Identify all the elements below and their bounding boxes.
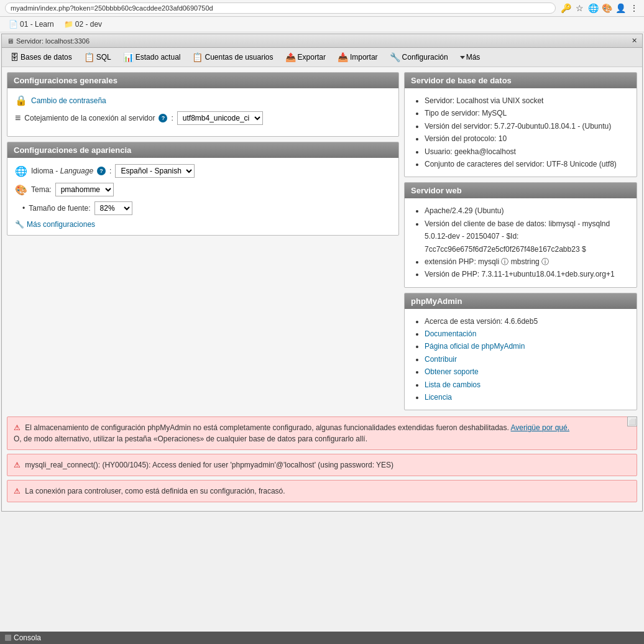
server-icon: 🖥	[7, 37, 14, 45]
list-item: Apache/2.4.29 (Ubuntu)	[425, 205, 629, 217]
nav-sql[interactable]: 📋 SQL	[78, 49, 117, 65]
alerts-section: ⬜ ⚠ El almacenamiento de configuración p…	[7, 416, 637, 502]
list-item: Licencia	[425, 391, 629, 403]
fontsize-row: • Tamaño de fuente: 82% 90% 100%	[15, 201, 391, 215]
sql-icon: 📋	[84, 52, 94, 62]
cuentas-icon: 📋	[192, 52, 203, 62]
pma-window: 🖥 Servidor: localhost:3306 ✕ 🗄 Bases de …	[1, 34, 643, 512]
list-item: Contribuir	[425, 353, 629, 366]
server-db-panel: Servidor de base de datos Servidor: Loca…	[404, 72, 637, 177]
general-config-body: 🔒 Cambio de contraseña ≡ Cotejamiento de…	[7, 88, 398, 136]
importar-icon: 📥	[338, 52, 348, 62]
nav-importar-label: Importar	[350, 53, 378, 62]
connect-error-alert: ⚠ mysqli_real_connect(): (HY000/1045): A…	[7, 454, 637, 476]
bases-datos-icon: 🗄	[10, 52, 19, 62]
color-icon: 🎨	[602, 3, 612, 13]
doc-link[interactable]: Documentación	[425, 329, 476, 338]
list-item: Usuario: geekha@localhost	[425, 145, 629, 158]
fontsize-select[interactable]: 82% 90% 100%	[94, 201, 132, 215]
why-link[interactable]: Averigüe por qué.	[511, 423, 570, 432]
bookmark-learn-icon: 📄	[9, 20, 18, 29]
pma-navbar: 🗄 Bases de datos 📋 SQL 📊 Estado actual 📋…	[2, 48, 642, 67]
collation-label: Cotejamiento de la conexión al servidor	[24, 114, 155, 122]
list-item: Documentación	[425, 328, 629, 340]
language-info-icon[interactable]: ?	[97, 167, 106, 175]
pma-titlebar-left: 🖥 Servidor: localhost:3306	[7, 37, 90, 45]
server-db-body: Servidor: Localhost via UNIX socket Tipo…	[405, 88, 637, 177]
password-link[interactable]: Cambio de contraseña	[31, 96, 106, 105]
configuracion-icon: 🔧	[390, 52, 400, 62]
official-link[interactable]: Página oficial de phpMyAdmin	[425, 342, 525, 351]
password-row: 🔒 Cambio de contraseña	[15, 94, 391, 106]
bullet-icon: •	[22, 204, 25, 213]
list-item: Lista de cambios	[425, 379, 629, 391]
list-item: Versión del protocolo: 10	[425, 132, 629, 145]
appearance-config-body: 🌐 Idioma - Language ? : Español - Spanis…	[7, 158, 398, 235]
more-settings-row: 🔧 Más configuraciones	[15, 220, 391, 229]
general-config-panel: Configuraciones generales 🔒 Cambio de co…	[7, 72, 399, 137]
error-icon-2: ⚠	[14, 487, 21, 495]
collation-info-icon[interactable]: ?	[159, 114, 167, 122]
pma-titlebar: 🖥 Servidor: localhost:3306 ✕	[2, 34, 642, 48]
menu-icon[interactable]: ⋮	[629, 3, 639, 13]
license-link[interactable]: Licencia	[425, 393, 452, 402]
key-icon: 🔑	[561, 3, 571, 13]
browser-icons: 🔑 ☆ 🌐 🎨 👤 ⋮	[561, 3, 639, 13]
phpmyadmin-panel: phpMyAdmin Acerca de esta versión: 4.6.6…	[404, 293, 637, 411]
pma-titlebar-text: Servidor: localhost:3306	[16, 37, 90, 45]
nav-mas-label: Más	[466, 53, 481, 62]
bookmark-learn[interactable]: 📄 01 - Learn	[5, 19, 58, 30]
star-icon[interactable]: ☆	[574, 3, 584, 13]
bookmark-dev[interactable]: 📁 02 - dev	[60, 19, 106, 30]
nav-bases-datos[interactable]: 🗄 Bases de datos	[4, 49, 78, 65]
server-web-list: Apache/2.4.29 (Ubuntu) Versión del clien…	[412, 205, 629, 280]
general-config-header: Configuraciones generales	[7, 73, 398, 88]
estado-icon: 📊	[123, 52, 134, 62]
list-item: Tipo de servidor: MySQL	[425, 107, 629, 119]
bookmark-dev-label: 02 - dev	[75, 20, 102, 29]
pma-main-content: Configuraciones generales 🔒 Cambio de co…	[2, 67, 642, 511]
bookmarks-bar: 📄 01 - Learn 📁 02 - dev	[0, 17, 644, 32]
fontsize-label: Tamaño de fuente:	[29, 204, 90, 213]
nav-importar[interactable]: 📥 Importar	[332, 49, 384, 65]
list-item: Versión del cliente de base de datos: li…	[425, 218, 629, 255]
phpmyadmin-header: phpMyAdmin	[405, 293, 637, 309]
changelog-link[interactable]: Lista de cambios	[425, 380, 481, 389]
browser-url[interactable]: myadmin/index.php?token=250bbbb60c9cacdd…	[5, 2, 556, 14]
scroll-indicator[interactable]: ⬜	[627, 416, 637, 426]
nav-cuentas[interactable]: 📋 Cuentas de usuarios	[186, 49, 278, 65]
theme-row: 🎨 Tema: pmahomme original	[15, 183, 391, 196]
language-label: Idioma - Language	[31, 167, 93, 175]
list-item: Servidor: Localhost via UNIX socket	[425, 94, 629, 107]
nav-exportar[interactable]: 📤 Exportar	[280, 49, 331, 65]
list-item: Página oficial de phpMyAdmin	[425, 340, 629, 352]
language-icon: 🌐	[15, 165, 27, 177]
collation-row: ≡ Cotejamiento de la conexión al servido…	[15, 111, 391, 125]
pma-left-col: Configuraciones generales 🔒 Cambio de co…	[7, 72, 399, 410]
nav-configuracion-label: Configuración	[402, 53, 448, 62]
pma-right-col: Servidor de base de datos Servidor: Loca…	[404, 72, 637, 410]
server-db-header: Servidor de base de datos	[405, 73, 637, 88]
appearance-config-panel: Configuraciones de apariencia 🌐 Idioma -…	[7, 142, 399, 236]
language-select[interactable]: Español - Spanish English	[115, 164, 195, 178]
contribute-link[interactable]: Contribuir	[425, 355, 457, 364]
support-link[interactable]: Obtener soporte	[425, 367, 479, 376]
more-settings-link[interactable]: 🔧 Más configuraciones	[15, 220, 391, 229]
theme-select[interactable]: pmahomme original	[55, 183, 114, 196]
nav-estado-actual[interactable]: 📊 Estado actual	[117, 49, 186, 65]
nav-mas[interactable]: Más	[454, 50, 486, 65]
user-icon[interactable]: 👤	[615, 3, 625, 13]
phpmyadmin-list: Acerca de esta versión: 4.6.6deb5 Docume…	[412, 315, 629, 404]
nav-exportar-label: Exportar	[298, 53, 326, 62]
nav-sql-label: SQL	[96, 53, 111, 62]
theme-icon: 🎨	[15, 184, 27, 196]
list-item: Versión del servidor: 5.7.27-0ubuntu0.18…	[425, 120, 629, 132]
language-row: 🌐 Idioma - Language ? : Español - Spanis…	[15, 164, 391, 178]
collation-select[interactable]: utf8mb4_unicode_ci	[177, 111, 263, 125]
nav-configuracion[interactable]: 🔧 Configuración	[384, 49, 454, 65]
server-web-header: Servidor web	[405, 183, 637, 198]
pma-close-btn[interactable]: ✕	[632, 37, 637, 45]
list-item: Acerca de esta versión: 4.6.6deb5	[425, 315, 629, 328]
warning-icon: ⚠	[14, 423, 21, 432]
globe-icon: 🌐	[588, 3, 598, 13]
